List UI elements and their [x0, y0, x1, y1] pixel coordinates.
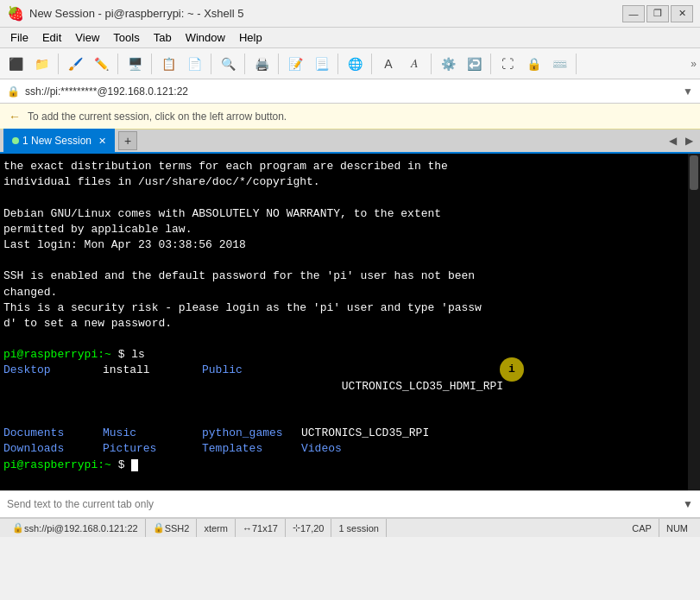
terminal[interactable]: the exact distribution terms for each pr… — [0, 154, 700, 490]
statusbar-resize-icon: ↔ — [243, 523, 252, 534]
statusbar-cursor-text: 17,20 — [300, 523, 325, 534]
ls-uctronics2: UCTRONICS_LCD35_RPI — [301, 426, 429, 441]
sendbar: ▼ — [0, 490, 700, 518]
minimize-button[interactable]: — — [622, 5, 645, 22]
statusbar-ssh: 🔒 ssh://pi@192.168.0.121:22 — [5, 519, 146, 537]
toolbar-separator-8 — [371, 54, 372, 74]
tab-close-button[interactable]: ✕ — [98, 136, 106, 147]
statusbar: 🔒 ssh://pi@192.168.0.121:22 🔒 SSH2 xterm… — [0, 518, 700, 537]
statusbar-term-text: xterm — [204, 523, 228, 534]
ls-python-games: python_games — [202, 426, 301, 441]
terminal-line-12 — [3, 332, 697, 347]
terminal-scrollbar[interactable] — [688, 154, 700, 490]
tab-new-session[interactable]: 1 New Session ✕ — [3, 129, 115, 153]
close-button[interactable]: ✕ — [671, 5, 693, 22]
print-button[interactable]: 🖨️ — [249, 52, 274, 76]
statusbar-cursor-icon: ⊹ — [293, 522, 300, 534]
search-button[interactable]: 🔍 — [216, 52, 240, 76]
ls-videos: Videos — [301, 441, 342, 457]
terminal-ls-row-3: Downloads Pictures Templates Videos — [3, 441, 697, 457]
screen-button[interactable]: 🖥️ — [123, 52, 147, 76]
menu-tab[interactable]: Tab — [147, 29, 179, 46]
lock-icon: 🔒 — [7, 85, 20, 98]
expand-button[interactable]: ⛶ — [495, 52, 520, 76]
terminal-line-8: SSH is enabled and the default password … — [3, 268, 697, 284]
address-dropdown[interactable]: ▼ — [683, 85, 693, 98]
tabbar-navigation: ◀ ▶ — [665, 133, 697, 148]
address-text: ssh://pi:*********@192.168.0.121:22 — [25, 85, 678, 98]
menu-tools[interactable]: Tools — [106, 29, 146, 46]
new-tab-button[interactable]: + — [118, 131, 137, 150]
terminal-ls-row-2: Documents Music python_games UCTRONICS_L… — [3, 426, 697, 441]
terminal-line-4: Debian GNU/Linux comes with ABSOLUTELY N… — [3, 206, 697, 222]
toolbar-overflow[interactable]: » — [691, 58, 697, 70]
terminal-line-3 — [3, 190, 697, 205]
arrow-left-icon: ← — [9, 110, 21, 123]
toolbar-separator-5 — [244, 54, 245, 74]
log-button[interactable]: 📝 — [283, 52, 307, 76]
ls-uctronics1: UCTRONICS_LCD35_HDMI_RPI — [342, 380, 503, 393]
terminal-line-9: changed. — [3, 285, 697, 300]
tab-label: 1 New Session — [22, 135, 91, 147]
menu-window[interactable]: Window — [179, 29, 232, 46]
window-title: New Session - pi@raspberrypi: ~ - Xshell… — [29, 7, 243, 20]
statusbar-size-text: 71x17 — [252, 523, 278, 534]
statusbar-cap: CAP — [625, 519, 659, 537]
ls-public: Public — [202, 363, 301, 426]
menu-edit[interactable]: Edit — [35, 29, 68, 46]
menu-file[interactable]: File — [3, 29, 35, 46]
toolbar-separator-1 — [58, 54, 59, 74]
send-text-input[interactable] — [7, 498, 678, 510]
log2-button[interactable]: 📃 — [309, 52, 333, 76]
statusbar-protocol: 🔒 SSH2 — [146, 519, 198, 537]
infobar-message: To add the current session, click on the… — [28, 111, 287, 123]
ls-desktop: Desktop — [3, 363, 103, 426]
tab-prev-button[interactable]: ◀ — [665, 133, 680, 148]
ls-documents: Documents — [3, 426, 103, 441]
statusbar-lock2-icon: 🔒 — [153, 522, 165, 534]
brush-button[interactable]: 🖌️ — [63, 52, 87, 76]
statusbar-session: 1 session — [331, 519, 386, 537]
script-button[interactable]: ⚙️ — [436, 52, 460, 76]
toolbar-separator-3 — [151, 54, 152, 74]
font-button[interactable]: A — [376, 52, 400, 76]
terminal-cursor — [131, 459, 138, 471]
terminal-line-6: Last login: Mon Apr 23 03:38:56 2018 — [3, 237, 697, 253]
globe-button[interactable]: 🌐 — [343, 52, 367, 76]
toolbar-separator-7 — [337, 54, 338, 74]
pencil-button[interactable]: ✏️ — [89, 52, 113, 76]
menubar: File Edit View Tools Tab Window Help — [0, 28, 700, 48]
statusbar-cursor: ⊹ 17,20 — [286, 519, 332, 537]
restore-button[interactable]: ❐ — [646, 5, 669, 22]
terminal-line-5: permitted by applicable law. — [3, 222, 697, 237]
tab-next-button[interactable]: ▶ — [682, 133, 697, 148]
statusbar-ssh-text: ssh://pi@192.168.0.121:22 — [24, 523, 138, 534]
paste-button[interactable]: 📄 — [182, 52, 206, 76]
lock-button[interactable]: 🔒 — [521, 52, 545, 76]
copy-button[interactable]: 📋 — [156, 52, 180, 76]
toolbar: ⬛ 📁 🖌️ ✏️ 🖥️ 📋 📄 🔍 🖨️ 📝 📃 🌐 A 𝐴 ⚙️ ↩️ ⛶ … — [0, 48, 700, 79]
ls-music: Music — [103, 426, 202, 441]
toolbar-separator-4 — [211, 54, 211, 74]
terminal-line-1: the exact distribution terms for each pr… — [3, 159, 697, 174]
ls-uctronics1-wrap: UCTRONICS_LCD35_HDMI_RPI i — [301, 363, 503, 426]
app-icon: 🍓 — [7, 5, 24, 22]
statusbar-size: ↔ 71x17 — [236, 519, 286, 537]
window-controls[interactable]: — ❐ ✕ — [622, 5, 693, 22]
menu-view[interactable]: View — [68, 29, 106, 46]
toolbar-separator-2 — [117, 54, 118, 74]
send-dropdown-button[interactable]: ▼ — [683, 498, 693, 510]
open-button[interactable]: 📁 — [29, 52, 54, 76]
script2-button[interactable]: ↩️ — [462, 52, 486, 76]
keyboard-button[interactable]: ⌨️ — [547, 52, 571, 76]
statusbar-num: NUM — [659, 519, 695, 537]
titlebar: 🍓 New Session - pi@raspberrypi: ~ - Xshe… — [0, 0, 700, 28]
terminal-ls-row-1: Desktop install Public UCTRONICS_LCD35_H… — [3, 363, 697, 426]
ls-templates: Templates — [202, 441, 301, 457]
menu-help[interactable]: Help — [232, 29, 269, 46]
new-session-button[interactable]: ⬛ — [3, 52, 28, 76]
tab-status-dot — [12, 137, 19, 144]
font2-button[interactable]: 𝐴 — [402, 52, 426, 76]
ls-install: install — [103, 363, 202, 426]
scrollbar-thumb[interactable] — [690, 155, 698, 190]
